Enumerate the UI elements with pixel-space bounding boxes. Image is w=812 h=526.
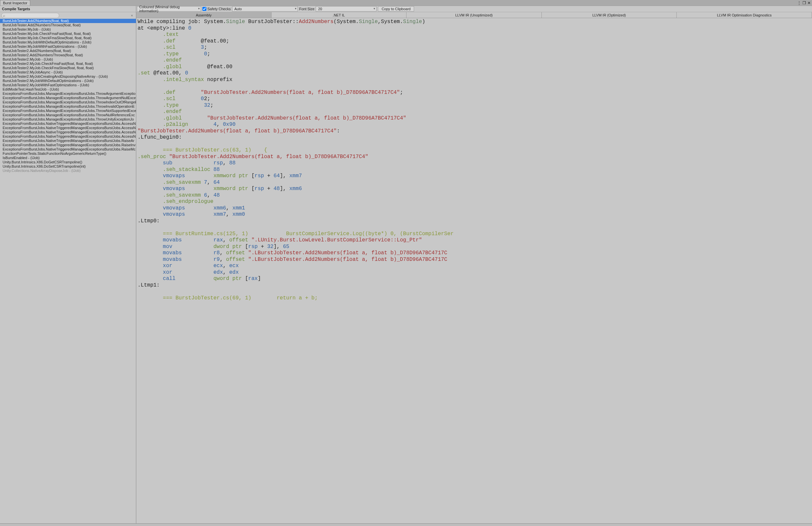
target-item[interactable]: ExceptionsFromBurstJobs.ManagedException…	[0, 100, 136, 104]
status-bar	[0, 523, 812, 526]
window-tab[interactable]: Burst Inspector	[0, 0, 30, 5]
title-bar: Burst Inspector ⋮ ❐ ✕	[0, 0, 812, 6]
target-item[interactable]: BurstJobTester2.MyJob.CheckFmaFast(float…	[0, 61, 136, 66]
target-item[interactable]: EditModeTest.HashTestJob - (IJob)	[0, 87, 136, 91]
clear-search-icon[interactable]: ×	[131, 14, 133, 17]
view-tab[interactable]: Assembly	[136, 12, 272, 18]
restore-icon[interactable]: ❐	[802, 1, 806, 5]
target-item[interactable]: BurstJobTester.MyJobWithFastOptimization…	[0, 44, 136, 49]
target-item[interactable]: BurstJobTester2.Add2Numbers(float, float…	[0, 49, 136, 53]
target-item[interactable]: ExceptionsFromBurstJobs.NativeTriggeredM…	[0, 147, 136, 152]
target-item[interactable]: BurstJobTester2.MyJobWithDefaultOptimiza…	[0, 79, 136, 83]
target-item[interactable]: BurstJobTester.Add2NumbersThrows(float, …	[0, 23, 136, 27]
target-item[interactable]: IsBurstEnabled - (IJob)	[0, 156, 136, 160]
close-icon[interactable]: ✕	[807, 1, 811, 5]
view-tab[interactable]: .NET IL	[272, 12, 407, 18]
target-item[interactable]: ExceptionsFromBurstJobs.ManagedException…	[0, 113, 136, 117]
target-item[interactable]: ExceptionsFromBurstJobs.NativeTriggeredM…	[0, 143, 136, 147]
target-item[interactable]: ExceptionsFromBurstJobs.ManagedException…	[0, 91, 136, 96]
target-item[interactable]: BurstJobTester.MyJob - (IJob)	[0, 27, 136, 32]
target-item[interactable]: BurstJobTester2.MyJobCreatingAndDisposin…	[0, 74, 136, 79]
target-item[interactable]: ExceptionsFromBurstJobs.ManagedException…	[0, 104, 136, 109]
assembly-code-view[interactable]: While compiling job: System.Single Burst…	[136, 18, 812, 523]
target-item[interactable]: BurstJobTester.MyJob.CheckFmaSlow(float,…	[0, 36, 136, 40]
copy-to-clipboard-button[interactable]: Copy to Clipboard	[378, 6, 414, 12]
safety-checks-checkbox[interactable]	[202, 7, 206, 11]
target-item[interactable]: ExceptionsFromBurstJobs.ManagedException…	[0, 117, 136, 122]
target-item[interactable]: BurstJobTester.MyJob.CheckFmaFast(float,…	[0, 32, 136, 36]
view-tab[interactable]: LLVM IR (Optimized)	[542, 12, 677, 18]
target-item[interactable]: ExceptionsFromBurstJobs.NativeTriggeredM…	[0, 122, 136, 126]
target-item[interactable]: FunctionPointerTests.StaticFunctionNoArg…	[0, 152, 136, 156]
target-item[interactable]: ExceptionsFromBurstJobs.NativeTriggeredM…	[0, 130, 136, 134]
target-item[interactable]: ExceptionsFromBurstJobs.NativeTriggeredM…	[0, 139, 136, 143]
target-item[interactable]: ExceptionsFromBurstJobs.ManagedException…	[0, 96, 136, 100]
compile-targets-header: Compile Targets	[0, 6, 136, 12]
toolbar: Coloured (Minimal debug information) Saf…	[136, 6, 812, 12]
search-input[interactable]	[1, 13, 59, 18]
right-panel: Coloured (Minimal debug information) Saf…	[136, 6, 812, 523]
target-item[interactable]: Unity.Collections.NativeArrayDisposeJob …	[0, 169, 136, 173]
target-item[interactable]: BurstJobTester2.Add2NumbersThrows(float,…	[0, 53, 136, 57]
target-item[interactable]: ExceptionsFromBurstJobs.ManagedException…	[0, 109, 136, 113]
target-item[interactable]: ExceptionsFromBurstJobs.NativeTriggeredM…	[0, 134, 136, 139]
target-item[interactable]: BurstJobTester.MyJobWithDefaultOptimizat…	[0, 40, 136, 44]
view-tabs: Assembly.NET ILLLVM IR (Unoptimized)LLVM…	[136, 12, 812, 18]
font-size-label: Font Size	[299, 7, 314, 11]
safety-checks-toggle[interactable]: Safety Checks	[202, 7, 231, 11]
font-size-dropdown[interactable]: 20	[316, 6, 377, 12]
target-item[interactable]: BurstJobTester2.MyJobAsync - (IJob)	[0, 70, 136, 74]
target-item[interactable]: BurstJobTester2.MyJobWithFastOptimizatio…	[0, 83, 136, 87]
tab-title: Burst Inspector	[3, 1, 27, 5]
target-item[interactable]: BurstJobTester.Add2Numbers(float, float)	[0, 19, 136, 23]
target-item[interactable]: BurstJobTester2.MyJob - (IJob)	[0, 57, 136, 61]
target-item[interactable]: Unity.Burst.Intrinsics.X86.DoGetCSRTramp…	[0, 160, 136, 165]
window-controls: ⋮ ❐ ✕	[797, 0, 812, 5]
view-tab[interactable]: LLVM IR (Unoptimized)	[406, 12, 542, 18]
target-dropdown[interactable]: Auto	[232, 6, 298, 12]
search-icon: ⌕	[3, 14, 5, 17]
colour-mode-dropdown[interactable]: Coloured (Minimal debug information)	[137, 6, 201, 12]
target-item[interactable]: Unity.Burst.Intrinsics.X86.DoSetCSRTramp…	[0, 165, 136, 169]
target-item[interactable]: BurstJobTester2.MyJob.CheckFmaSlow(float…	[0, 66, 136, 70]
target-item[interactable]: ExceptionsFromBurstJobs.NativeTriggeredM…	[0, 126, 136, 130]
target-list[interactable]: BurstJobTester.Add2Numbers(float, float)…	[0, 19, 136, 523]
compile-targets-panel: Compile Targets ⌕ × BurstJobTester.Add2N…	[0, 6, 136, 523]
view-tab[interactable]: LLVM IR Optimisation Diagnostics	[677, 12, 812, 18]
menu-icon[interactable]: ⋮	[797, 1, 801, 5]
